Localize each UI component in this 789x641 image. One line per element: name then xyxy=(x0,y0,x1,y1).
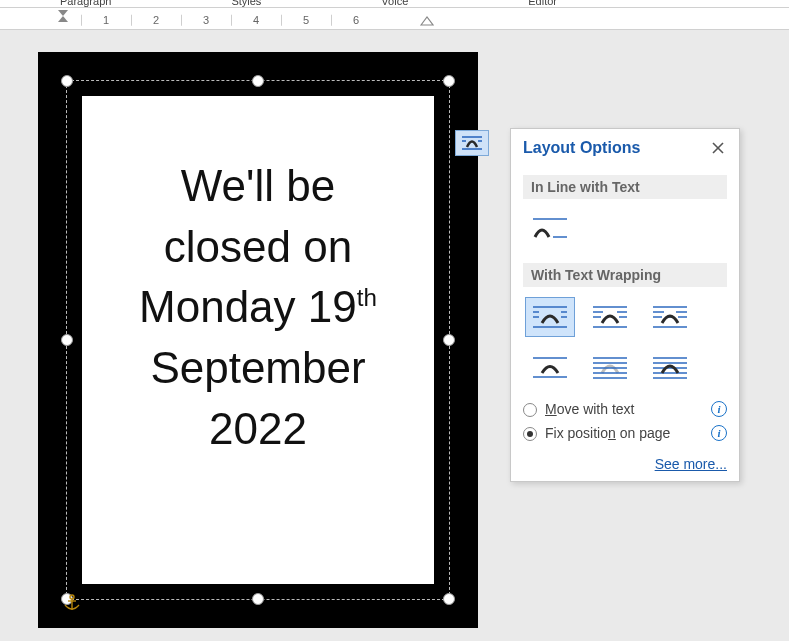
ruler-number: 1 xyxy=(100,14,112,26)
wrap-option-topbottom[interactable] xyxy=(525,347,575,387)
textbox-text[interactable]: We'll be closed on Monday 19th September… xyxy=(139,156,377,460)
section-inline-label: In Line with Text xyxy=(523,175,727,199)
ribbon-group-voice: Voice xyxy=(381,0,408,7)
ruler-number: 6 xyxy=(350,14,362,26)
section-wrap-label: With Text Wrapping xyxy=(523,263,727,287)
wrap-icon xyxy=(460,134,484,152)
ruler-indent-marker[interactable] xyxy=(58,8,66,26)
layout-options-launcher[interactable] xyxy=(455,130,489,156)
document-canvas[interactable]: We'll be closed on Monday 19th September… xyxy=(0,30,789,641)
textbox-content-area[interactable]: We'll be closed on Monday 19th September… xyxy=(82,96,434,584)
wrap-option-tight[interactable] xyxy=(585,297,635,337)
radio-fix-position[interactable]: Fix position on page i xyxy=(523,425,727,441)
wrap-option-infront[interactable] xyxy=(645,347,695,387)
ribbon-group-editor: Editor xyxy=(528,0,557,7)
horizontal-ruler[interactable]: ｜ 1 ｜ 2 ｜ 3 ｜ 4 ｜ 5 ｜ 6 xyxy=(0,8,789,30)
resize-handle-br[interactable] xyxy=(443,593,455,605)
layout-popup-title: Layout Options xyxy=(523,139,640,157)
info-icon[interactable]: i xyxy=(711,401,727,417)
layout-options-popup: Layout Options In Line with Text With Te… xyxy=(510,128,740,482)
ribbon-group-styles: Styles xyxy=(231,0,261,7)
ruler-number: 3 xyxy=(200,14,212,26)
radio-move-with-text[interactable]: Move with text i xyxy=(523,401,727,417)
resize-handle-t[interactable] xyxy=(252,75,264,87)
resize-handle-l[interactable] xyxy=(61,334,73,346)
text-line: We'll be xyxy=(181,161,335,210)
radio-label: Move with text xyxy=(545,401,703,417)
wrap-option-square[interactable] xyxy=(525,297,575,337)
text-line: September xyxy=(150,343,365,392)
text-line: closed on xyxy=(164,222,352,271)
ruler-number: 2 xyxy=(150,14,162,26)
wrap-option-inline[interactable] xyxy=(525,209,575,249)
text-line: Monday 19 xyxy=(139,282,357,331)
resize-handle-tl[interactable] xyxy=(61,75,73,87)
radio-icon xyxy=(523,427,537,441)
svg-point-1 xyxy=(70,595,74,599)
see-more-link[interactable]: See more... xyxy=(655,456,727,472)
close-button[interactable] xyxy=(709,139,727,157)
svg-marker-0 xyxy=(421,17,433,25)
ruler-ticks: ｜ 1 ｜ 2 ｜ 3 ｜ 4 ｜ 5 ｜ 6 xyxy=(75,12,362,27)
text-superscript: th xyxy=(357,285,377,312)
resize-handle-b[interactable] xyxy=(252,593,264,605)
radio-label: Fix position on page xyxy=(545,425,703,441)
ruler-number: 5 xyxy=(300,14,312,26)
radio-icon xyxy=(523,403,537,417)
close-icon xyxy=(712,142,724,154)
resize-handle-tr[interactable] xyxy=(443,75,455,87)
text-line: 2022 xyxy=(209,404,307,453)
ribbon-group-paragraph: Paragraph xyxy=(60,0,111,7)
ruler-number: 4 xyxy=(250,14,262,26)
wrap-option-through[interactable] xyxy=(645,297,695,337)
resize-handle-r[interactable] xyxy=(443,334,455,346)
ruler-right-indent-marker[interactable] xyxy=(420,14,434,28)
info-icon[interactable]: i xyxy=(711,425,727,441)
textbox-object[interactable]: We'll be closed on Monday 19th September… xyxy=(38,52,478,628)
anchor-icon[interactable] xyxy=(62,593,82,617)
wrap-option-behind[interactable] xyxy=(585,347,635,387)
ribbon-bottom-edge: Paragraph Styles Voice Editor xyxy=(0,0,789,8)
